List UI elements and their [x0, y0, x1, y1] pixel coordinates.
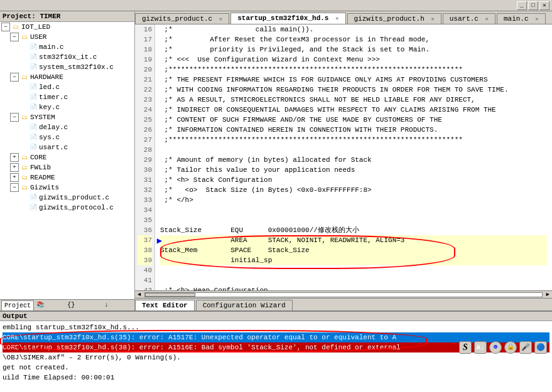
expand-user[interactable]: −	[10, 33, 19, 41]
code-line-21: ;* THE PRESENT FIRMWARE WHICH IS FOR GUI…	[160, 75, 547, 85]
tree-label-gizwits: Gizwits	[30, 184, 59, 191]
tree-item-user[interactable]: − 🗂 USER	[0, 32, 134, 42]
page-icon-key: 📄	[29, 103, 38, 112]
tab-config-wizard-label: Configuration Wizard	[203, 302, 286, 309]
expand-fwlib[interactable]: +	[10, 163, 19, 172]
output-error2-text: CORE\startup_stm32f10x_hd.s(38): error: …	[3, 342, 401, 352]
tree-container[interactable]: − 🗂 IOT_LED − 🗂 USER 📄 main.c 📄 stm32f10…	[0, 22, 134, 299]
tree-item-gizwits[interactable]: − 🗂 Gizwits	[0, 183, 134, 193]
tree-item-system-stm32[interactable]: 📄 system_stm32f10x.c	[0, 62, 134, 72]
icon-s[interactable]: S	[459, 341, 472, 354]
tree-label-led: led.c	[39, 83, 60, 91]
tree-item-key[interactable]: 📄 key.c	[0, 102, 134, 112]
folder-icon-readme: 🗂	[20, 173, 29, 182]
expand-core[interactable]: +	[10, 153, 19, 162]
code-line-23: ;* AS A RESULT, STMICROELECTRONICS SHALL…	[160, 95, 547, 105]
tree-item-stm32-it[interactable]: 📄 stm32f10x_it.c	[0, 52, 134, 62]
close-button[interactable]: ✕	[539, 1, 549, 10]
code-line-37: AREA STACK, NOINIT, READWRITE, ALIGN=3	[160, 235, 547, 245]
scroll-track[interactable]	[144, 292, 542, 297]
code-line-31: ;* <h> Stack Configuration	[160, 175, 547, 185]
scroll-right-icon[interactable]: ►	[544, 292, 552, 298]
expand-hardware[interactable]: −	[10, 73, 19, 82]
code-line-36: Stack_Size EQU 0x00001000//修改栈的大小	[160, 225, 547, 235]
icon-circle-1[interactable]: ⊕	[489, 341, 502, 354]
icon-a[interactable]: A↓	[474, 341, 487, 354]
expand-gizwits-protocol	[19, 203, 28, 212]
expand-gizwits[interactable]: −	[10, 183, 19, 192]
tree-item-main-c[interactable]: 📄 main.c	[0, 42, 134, 52]
tree-label-gizwits-protocol: gizwits_protocol.c	[39, 204, 114, 211]
tab-close-gizwits-product-h[interactable]: ✕	[431, 16, 434, 23]
icon-circle-2[interactable]: 🔒	[504, 341, 517, 354]
expand-system[interactable]: −	[10, 113, 19, 122]
left-tab-project[interactable]: Project	[1, 300, 34, 310]
tab-usart-c[interactable]: usart.c ✕	[443, 13, 495, 24]
tree-item-usart[interactable]: 📄 usart.c	[0, 142, 134, 152]
output-content[interactable]: embling startup_stm32f10x_hd.s... CORE\s…	[0, 321, 552, 392]
page-icon-main: 📄	[29, 43, 38, 51]
left-panel: Project: TIMER − 🗂 IOT_LED − 🗂 USER 📄 ma…	[0, 11, 135, 310]
code-line-29: ;* Amount of memory (in bytes) allocated…	[160, 155, 547, 165]
tab-close-gizwits-product[interactable]: ✕	[219, 16, 222, 23]
folder-icon-core: 🗂	[20, 153, 29, 162]
tab-text-editor[interactable]: Text Editor	[135, 300, 195, 310]
code-content: 16 17 18 19 20 21 22 23 24 25 26 27 28 2…	[135, 24, 552, 290]
tree-item-fwlib[interactable]: + 🗂 FWLib	[0, 162, 134, 172]
title-controls: _ □ ✕	[517, 1, 549, 10]
tree-label-sys: sys.c	[39, 134, 60, 141]
tab-config-wizard[interactable]: Configuration Wizard	[196, 300, 293, 310]
tree-item-gizwits-protocol[interactable]: 📄 gizwits_protocol.c	[0, 203, 134, 213]
tree-item-iot-led[interactable]: − 🗂 IOT_LED	[0, 22, 134, 32]
code-line-38: Stack_Mem SPACE Stack_Size	[160, 245, 547, 255]
page-icon-timer: 📄	[29, 93, 38, 102]
tree-item-readme[interactable]: + 🗂 README	[0, 172, 134, 183]
tab-main-c[interactable]: main.c ✕	[497, 13, 546, 24]
tree-item-hardware[interactable]: − 🗂 HARDWARE	[0, 72, 134, 82]
folder-icon-system: 🗂	[20, 113, 29, 122]
tree-item-timer[interactable]: 📄 timer.c	[0, 92, 134, 102]
tab-gizwits-product-c[interactable]: gizwits_product.c ✕	[135, 13, 229, 24]
tree-label-core: CORE	[30, 154, 46, 161]
icon-mic[interactable]: 🎤	[519, 341, 532, 354]
tree-item-core[interactable]: + 🗂 CORE	[0, 152, 134, 162]
output-line-6: uild Time Elapsed: 00:00:01	[3, 373, 549, 383]
left-tab-func[interactable]: {} Func...	[65, 300, 102, 310]
tree-item-gizwits-product[interactable]: 📄 gizwits_product.c	[0, 193, 134, 203]
expand-readme[interactable]: +	[10, 173, 19, 182]
tab-close-main-c[interactable]: ✕	[535, 16, 538, 23]
tree-label-main-c: main.c	[39, 43, 64, 51]
h-scrollbar[interactable]: ◄ ►	[135, 290, 552, 298]
icon-q[interactable]: 🔵	[534, 341, 547, 354]
folder-icon-fwlib: 🗂	[20, 163, 29, 172]
tab-close-usart-c[interactable]: ✕	[485, 16, 489, 23]
tree-item-led[interactable]: 📄 led.c	[0, 82, 134, 92]
code-line-41	[160, 275, 547, 285]
expand-led	[19, 83, 28, 92]
expand-iot-led[interactable]: −	[1, 23, 10, 31]
minimize-button[interactable]: _	[517, 1, 527, 10]
tab-startup-stm32[interactable]: startup_stm32f10x_hd.s ✕	[230, 13, 345, 24]
expand-key	[19, 103, 28, 112]
maximize-button[interactable]: □	[528, 1, 538, 10]
tree-label-readme: README	[30, 174, 55, 181]
main-layout: Project: TIMER − 🗂 IOT_LED − 🗂 USER 📄 ma…	[0, 11, 552, 310]
page-icon-usart: 📄	[29, 143, 38, 152]
tree-label-system: SYSTEM	[30, 114, 55, 121]
tree-item-sys[interactable]: 📄 sys.c	[0, 132, 134, 142]
page-icon-sys: 📄	[29, 133, 38, 142]
tree-item-delay[interactable]: 📄 delay.c	[0, 122, 134, 132]
left-tab-books[interactable]: 📚 Books	[34, 300, 65, 310]
left-tab-templ[interactable]: ↓ Tem...	[102, 300, 133, 310]
code-line-39: initial_sp	[160, 255, 547, 265]
scroll-left-icon[interactable]: ◄	[135, 292, 143, 298]
tree-label-hardware: HARDWARE	[30, 73, 63, 81]
tree-item-system[interactable]: − 🗂 SYSTEM	[0, 112, 134, 122]
editor-area[interactable]: ▶ 16 17 18 19 20 21 22 23 24 25 26 27	[135, 24, 552, 290]
tab-close-startup-stm32[interactable]: ✕	[335, 16, 338, 22]
page-icon-delay: 📄	[29, 123, 38, 132]
tab-gizwits-product-h[interactable]: gizwits_product.h ✕	[347, 13, 441, 24]
expand-delay	[19, 123, 28, 132]
right-panel: gizwits_product.c ✕ startup_stm32f10x_hd…	[135, 11, 552, 310]
scroll-thumb[interactable]	[145, 293, 195, 297]
